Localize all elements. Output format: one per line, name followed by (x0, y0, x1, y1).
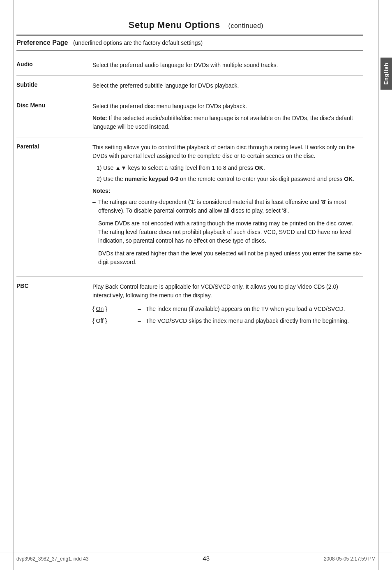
pbc-off-dash: – (138, 316, 146, 328)
parental-step-1: 1) Use ▲▼ keys to select a rating level … (92, 164, 363, 172)
pbc-desc: Play Back Control feature is applicable … (88, 277, 363, 334)
parental-step-2: 2) Use the numeric keypad 0-9 on the rem… (92, 175, 363, 183)
pbc-off-row: { Off } – The VCD/SVCD skips the index m… (92, 316, 363, 328)
disc-menu-desc: Select the preferred disc menu language … (88, 96, 363, 137)
audio-label: Audio (16, 55, 88, 76)
parental-steps: 1) Use ▲▼ keys to select a rating level … (92, 164, 363, 183)
pbc-on-row: { On } – The index menu (if available) a… (92, 304, 363, 316)
pbc-sub-table: { On } – The index menu (if available) a… (92, 304, 363, 328)
preference-subtitle: (underlined options are the factory defa… (73, 39, 203, 46)
page-header: Setup Menu Options (continued) (0, 12, 392, 35)
footer-left: dvp3962_3982_37_eng1.indd 43 (16, 556, 89, 562)
pbc-on-option: { On } (92, 304, 138, 316)
header-continued: (continued) (228, 22, 264, 29)
side-tab-label: English (383, 63, 389, 85)
disc-menu-label: Disc Menu (16, 96, 88, 137)
ok-bold-1: OK (255, 165, 263, 171)
page-container: English Setup Menu Options (continued) P… (0, 0, 392, 570)
ok-bold-2: OK (344, 176, 353, 182)
audio-desc: Select the preferred audio language for … (88, 55, 363, 76)
header-title: Setup Menu Options (129, 20, 220, 30)
footer-right: 2008-05-05 2:17:59 PM (324, 556, 376, 562)
disc-menu-note: Note: If the selected audio/subtitle/dis… (92, 114, 363, 131)
preference-page-header: Preference Page (underlined options are … (16, 35, 363, 51)
parental-note-1: The ratings are country-dependent ('1' i… (92, 198, 363, 215)
pbc-on-dash: – (138, 304, 146, 316)
subtitle-label: Subtitle (16, 76, 88, 96)
subtitle-desc: Select the preferred subtitle language f… (88, 76, 363, 96)
page-footer: dvp3962_3982_37_eng1.indd 43 43 2008-05-… (0, 552, 392, 562)
left-border (13, 0, 14, 570)
pbc-on-desc: The index menu (if available) appears on… (146, 304, 363, 316)
parental-notes: The ratings are country-dependent ('1' i… (92, 198, 363, 266)
parental-note-2: Some DVDs are not encoded with a rating … (92, 219, 363, 245)
arrow-keys-icon: ▲▼ (115, 165, 127, 171)
options-table: Audio Select the preferred audio languag… (16, 55, 363, 334)
disc-menu-main-desc: Select the preferred disc menu language … (92, 102, 363, 111)
subtitle-row: Subtitle Select the preferred subtitle l… (16, 76, 363, 96)
parental-intro: This setting allows you to control the p… (92, 143, 363, 160)
content-area: Preference Page (underlined options are … (0, 35, 380, 334)
pbc-off-option: { Off } (92, 316, 138, 328)
pbc-row: PBC Play Back Control feature is applica… (16, 277, 363, 334)
page-number: 43 (203, 555, 210, 562)
disc-menu-note-label: Note: (92, 115, 107, 121)
parental-desc: This setting allows you to control the p… (88, 137, 363, 277)
audio-row: Audio Select the preferred audio languag… (16, 55, 363, 76)
parental-note-3: DVDs that are rated higher than the leve… (92, 249, 363, 266)
right-border (378, 0, 379, 570)
numeric-keypad-bold: numeric keypad 0-9 (125, 176, 178, 182)
preference-title: Preference Page (16, 39, 68, 46)
pbc-intro: Play Back Control feature is applicable … (92, 283, 363, 300)
pbc-off-desc: The VCD/SVCD skips the index menu and pl… (146, 316, 363, 328)
notes-label: Notes: (92, 187, 363, 195)
disc-menu-row: Disc Menu Select the preferred disc menu… (16, 96, 363, 137)
parental-label: Parental (16, 137, 88, 277)
english-side-tab: English (380, 58, 392, 90)
pbc-label: PBC (16, 277, 88, 334)
parental-row: Parental This setting allows you to cont… (16, 137, 363, 277)
